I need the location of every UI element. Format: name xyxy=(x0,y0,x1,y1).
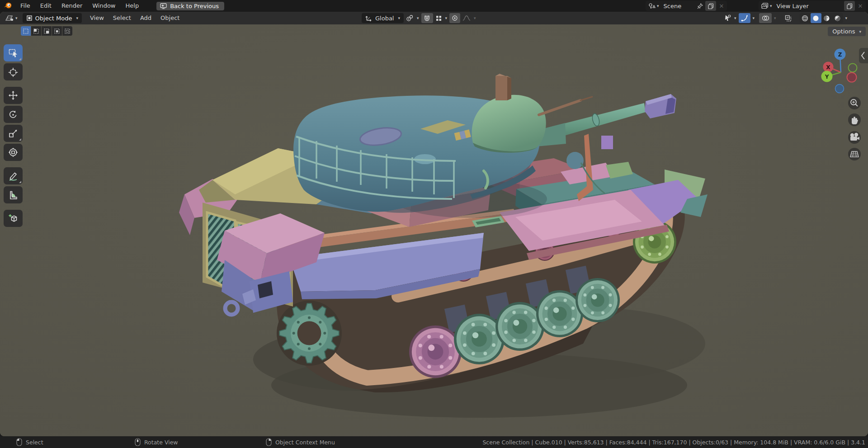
svg-text:X: X xyxy=(826,64,830,71)
menu-view[interactable]: View xyxy=(85,12,108,24)
new-scene-button[interactable] xyxy=(705,1,716,11)
scene-name[interactable]: Scene xyxy=(662,3,694,9)
scene-icon[interactable]: ▾ xyxy=(646,1,662,11)
hint-select: Select xyxy=(16,436,43,448)
back-to-previous-button[interactable]: Back to Previous xyxy=(156,2,224,10)
new-view-layer-button[interactable] xyxy=(844,1,855,11)
menu-object[interactable]: Object xyxy=(156,12,184,24)
hint-rotate-view: Rotate View xyxy=(135,436,178,448)
menu-window[interactable]: Window xyxy=(87,0,120,12)
menu-help[interactable]: Help xyxy=(121,0,144,12)
add-cube-icon xyxy=(8,213,18,223)
proportional-falloff-dropdown[interactable]: ▾ xyxy=(461,13,477,23)
object-mode-icon xyxy=(26,15,33,21)
shading-wireframe-button[interactable] xyxy=(800,13,811,23)
tool-add-cube[interactable] xyxy=(4,210,23,227)
blender-logo-icon[interactable] xyxy=(0,1,15,10)
zoom-button[interactable] xyxy=(848,97,861,109)
chevron-down-icon: ▾ xyxy=(445,16,448,20)
middle-mouse-icon xyxy=(135,438,141,446)
menu-add[interactable]: Add xyxy=(136,12,156,24)
shading-solid-button[interactable] xyxy=(811,13,821,23)
cursor-icon xyxy=(8,67,18,77)
subtool-indicator xyxy=(19,58,21,60)
chevron-down-icon: ▾ xyxy=(15,16,18,20)
view-layer-selector[interactable]: ▾ View Layer ✕ xyxy=(759,1,866,11)
menu-render[interactable]: Render xyxy=(57,0,87,12)
hint-context-menu: Object Context Menu xyxy=(266,436,335,448)
chevron-down-icon: ▾ xyxy=(770,4,772,8)
pan-hand-button[interactable] xyxy=(848,113,861,126)
tool-select-box[interactable] xyxy=(4,44,23,61)
editor-type-button[interactable]: ▾ xyxy=(4,13,19,23)
mode-dropdown[interactable]: Object Mode ▾ xyxy=(23,13,82,23)
gizmo-axis-z[interactable]: Z xyxy=(835,49,846,60)
viewport-area: ▾ Object Mode ▾ View Select Add Object xyxy=(0,12,868,436)
chevron-down-icon: ▾ xyxy=(474,16,476,20)
snap-toggle[interactable] xyxy=(421,13,433,23)
select-mode-extend[interactable] xyxy=(31,26,41,36)
chevron-down-icon: ▾ xyxy=(417,16,419,20)
tool-cursor[interactable] xyxy=(4,63,23,80)
shading-material-button[interactable] xyxy=(821,13,832,23)
xray-toggle[interactable] xyxy=(783,13,794,23)
tool-scale[interactable] xyxy=(4,125,23,142)
gizmo-axis-neg-z[interactable] xyxy=(835,85,844,93)
pin-icon[interactable] xyxy=(694,1,705,11)
select-extend-icon xyxy=(33,28,39,34)
chevron-down-icon: ▾ xyxy=(657,4,659,8)
gizmos-toggle[interactable] xyxy=(739,13,750,23)
menu-file[interactable]: File xyxy=(15,0,35,12)
svg-text:Z: Z xyxy=(838,52,842,58)
viewport-header: ▾ Object Mode ▾ View Select Add Object xyxy=(0,12,868,24)
tool-measure[interactable] xyxy=(4,186,23,203)
options-button[interactable]: Options ▾ xyxy=(828,27,866,36)
chevron-down-icon: ▾ xyxy=(76,16,78,20)
menu-select[interactable]: Select xyxy=(108,12,136,24)
select-mode-set[interactable] xyxy=(21,26,31,36)
shading-rendered-button[interactable] xyxy=(832,13,843,23)
scene-selector[interactable]: ▾ Scene ✕ xyxy=(646,1,727,11)
scene-statistics: Scene Collection | Cube.010 | Verts:85,6… xyxy=(482,436,865,448)
unlink-scene-button: ✕ xyxy=(716,1,727,11)
remove-view-layer-button: ✕ xyxy=(855,1,866,11)
camera-view-button[interactable] xyxy=(848,131,861,144)
tool-transform[interactable] xyxy=(4,144,23,161)
tool-rotate[interactable] xyxy=(4,106,23,123)
pivot-point-dropdown[interactable]: ▾ xyxy=(405,13,420,23)
gizmo-axis-y[interactable]: Y xyxy=(821,71,833,82)
overlays-dropdown[interactable]: ▾ xyxy=(774,16,776,20)
shading-dropdown[interactable]: ▾ xyxy=(845,16,848,20)
rotate-icon xyxy=(8,109,18,119)
annotate-icon xyxy=(8,171,18,181)
subtool-indicator xyxy=(19,181,21,183)
transform-icon xyxy=(8,147,18,157)
chevron-down-icon: ▾ xyxy=(398,16,400,20)
select-mode-subtract[interactable] xyxy=(42,26,52,36)
view-layer-name[interactable]: View Layer xyxy=(775,3,844,9)
left-mouse-icon xyxy=(16,438,22,446)
right-mouse-icon xyxy=(266,438,272,446)
overlays-toggle[interactable] xyxy=(759,13,772,23)
tool-annotate[interactable] xyxy=(4,167,23,184)
gizmo-axis-x[interactable]: X xyxy=(823,62,834,72)
select-subtract-icon xyxy=(43,28,50,34)
transform-orientation-dropdown[interactable]: Global ▾ xyxy=(362,13,404,23)
show-object-types-dropdown[interactable]: ▾ xyxy=(722,13,738,23)
shading-mode-group xyxy=(800,13,843,23)
sidebar-collapse-tab[interactable] xyxy=(859,48,868,63)
snap-settings-dropdown[interactable]: ▾ xyxy=(434,13,449,23)
gizmos-dropdown[interactable]: ▾ xyxy=(753,16,755,20)
perspective-grid-button[interactable] xyxy=(848,148,861,160)
select-mode-invert[interactable] xyxy=(52,26,62,36)
proportional-editing-toggle[interactable] xyxy=(449,13,460,23)
gizmo-axis-neg-x[interactable] xyxy=(847,73,857,82)
chevron-down-icon: ▾ xyxy=(859,29,861,34)
scale-icon xyxy=(8,128,18,138)
tool-move[interactable] xyxy=(4,87,23,104)
select-mode-intersect[interactable] xyxy=(62,26,72,36)
menu-edit[interactable]: Edit xyxy=(35,0,57,12)
statusbar: Select Rotate View Object Context Menu S… xyxy=(0,436,868,448)
viewport-3d-scene[interactable]: Z X Y xyxy=(0,12,868,436)
view-layer-icon[interactable]: ▾ xyxy=(759,1,775,11)
